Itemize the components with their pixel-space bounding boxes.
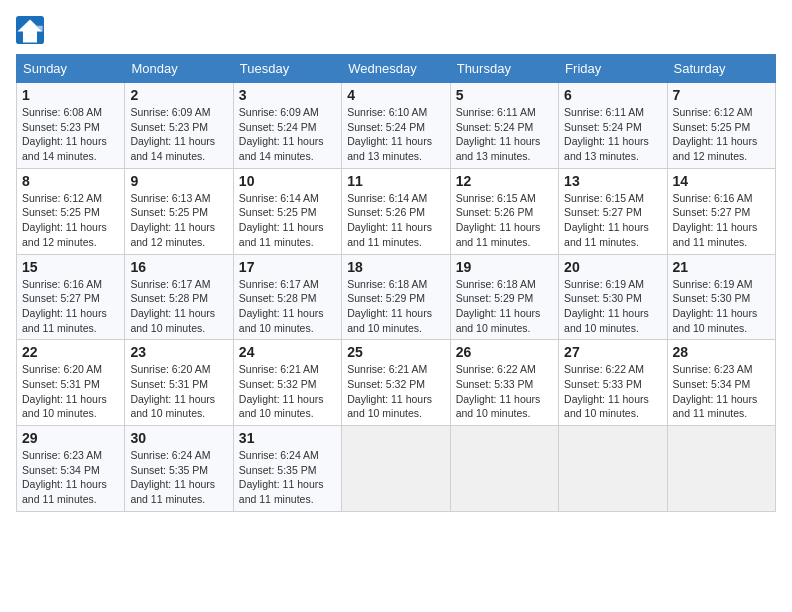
calendar-cell: 18 Sunrise: 6:18 AM Sunset: 5:29 PM Dayl…: [342, 254, 450, 340]
calendar-cell: [342, 426, 450, 512]
calendar-cell: 15 Sunrise: 6:16 AM Sunset: 5:27 PM Dayl…: [17, 254, 125, 340]
day-info: Sunrise: 6:09 AM Sunset: 5:23 PM Dayligh…: [130, 105, 227, 164]
calendar-cell: 13 Sunrise: 6:15 AM Sunset: 5:27 PM Dayl…: [559, 168, 667, 254]
day-info: Sunrise: 6:17 AM Sunset: 5:28 PM Dayligh…: [239, 277, 336, 336]
calendar-cell: 26 Sunrise: 6:22 AM Sunset: 5:33 PM Dayl…: [450, 340, 558, 426]
calendar-cell: 31 Sunrise: 6:24 AM Sunset: 5:35 PM Dayl…: [233, 426, 341, 512]
day-number: 17: [239, 259, 336, 275]
header-cell-sunday: Sunday: [17, 55, 125, 83]
day-number: 16: [130, 259, 227, 275]
day-info: Sunrise: 6:12 AM Sunset: 5:25 PM Dayligh…: [673, 105, 770, 164]
page-header: [16, 16, 776, 44]
calendar-cell: 6 Sunrise: 6:11 AM Sunset: 5:24 PM Dayli…: [559, 83, 667, 169]
day-info: Sunrise: 6:14 AM Sunset: 5:25 PM Dayligh…: [239, 191, 336, 250]
day-info: Sunrise: 6:23 AM Sunset: 5:34 PM Dayligh…: [22, 448, 119, 507]
day-info: Sunrise: 6:18 AM Sunset: 5:29 PM Dayligh…: [347, 277, 444, 336]
calendar-cell: 1 Sunrise: 6:08 AM Sunset: 5:23 PM Dayli…: [17, 83, 125, 169]
day-number: 14: [673, 173, 770, 189]
calendar-cell: 11 Sunrise: 6:14 AM Sunset: 5:26 PM Dayl…: [342, 168, 450, 254]
day-info: Sunrise: 6:17 AM Sunset: 5:28 PM Dayligh…: [130, 277, 227, 336]
calendar-cell: 4 Sunrise: 6:10 AM Sunset: 5:24 PM Dayli…: [342, 83, 450, 169]
header-row: SundayMondayTuesdayWednesdayThursdayFrid…: [17, 55, 776, 83]
calendar-cell: 27 Sunrise: 6:22 AM Sunset: 5:33 PM Dayl…: [559, 340, 667, 426]
calendar-table: SundayMondayTuesdayWednesdayThursdayFrid…: [16, 54, 776, 512]
calendar-cell: 2 Sunrise: 6:09 AM Sunset: 5:23 PM Dayli…: [125, 83, 233, 169]
day-info: Sunrise: 6:21 AM Sunset: 5:32 PM Dayligh…: [347, 362, 444, 421]
day-number: 18: [347, 259, 444, 275]
day-info: Sunrise: 6:24 AM Sunset: 5:35 PM Dayligh…: [239, 448, 336, 507]
calendar-cell: 29 Sunrise: 6:23 AM Sunset: 5:34 PM Dayl…: [17, 426, 125, 512]
day-info: Sunrise: 6:11 AM Sunset: 5:24 PM Dayligh…: [456, 105, 553, 164]
logo: [16, 16, 48, 44]
calendar-cell: 30 Sunrise: 6:24 AM Sunset: 5:35 PM Dayl…: [125, 426, 233, 512]
day-info: Sunrise: 6:19 AM Sunset: 5:30 PM Dayligh…: [673, 277, 770, 336]
calendar-cell: 16 Sunrise: 6:17 AM Sunset: 5:28 PM Dayl…: [125, 254, 233, 340]
calendar-cell: 9 Sunrise: 6:13 AM Sunset: 5:25 PM Dayli…: [125, 168, 233, 254]
day-number: 23: [130, 344, 227, 360]
calendar-cell: 21 Sunrise: 6:19 AM Sunset: 5:30 PM Dayl…: [667, 254, 775, 340]
calendar-cell: 23 Sunrise: 6:20 AM Sunset: 5:31 PM Dayl…: [125, 340, 233, 426]
calendar-cell: 10 Sunrise: 6:14 AM Sunset: 5:25 PM Dayl…: [233, 168, 341, 254]
calendar-cell: 5 Sunrise: 6:11 AM Sunset: 5:24 PM Dayli…: [450, 83, 558, 169]
day-number: 2: [130, 87, 227, 103]
day-number: 24: [239, 344, 336, 360]
day-number: 12: [456, 173, 553, 189]
day-number: 28: [673, 344, 770, 360]
day-number: 6: [564, 87, 661, 103]
day-info: Sunrise: 6:15 AM Sunset: 5:26 PM Dayligh…: [456, 191, 553, 250]
day-number: 19: [456, 259, 553, 275]
day-info: Sunrise: 6:08 AM Sunset: 5:23 PM Dayligh…: [22, 105, 119, 164]
calendar-cell: 28 Sunrise: 6:23 AM Sunset: 5:34 PM Dayl…: [667, 340, 775, 426]
logo-icon: [16, 16, 44, 44]
header-cell-monday: Monday: [125, 55, 233, 83]
calendar-body: 1 Sunrise: 6:08 AM Sunset: 5:23 PM Dayli…: [17, 83, 776, 512]
day-number: 20: [564, 259, 661, 275]
calendar-cell: 25 Sunrise: 6:21 AM Sunset: 5:32 PM Dayl…: [342, 340, 450, 426]
day-info: Sunrise: 6:21 AM Sunset: 5:32 PM Dayligh…: [239, 362, 336, 421]
day-info: Sunrise: 6:18 AM Sunset: 5:29 PM Dayligh…: [456, 277, 553, 336]
calendar-row-0: 1 Sunrise: 6:08 AM Sunset: 5:23 PM Dayli…: [17, 83, 776, 169]
day-info: Sunrise: 6:13 AM Sunset: 5:25 PM Dayligh…: [130, 191, 227, 250]
day-info: Sunrise: 6:14 AM Sunset: 5:26 PM Dayligh…: [347, 191, 444, 250]
day-info: Sunrise: 6:23 AM Sunset: 5:34 PM Dayligh…: [673, 362, 770, 421]
calendar-cell: [667, 426, 775, 512]
header-cell-saturday: Saturday: [667, 55, 775, 83]
day-number: 30: [130, 430, 227, 446]
day-number: 1: [22, 87, 119, 103]
day-number: 5: [456, 87, 553, 103]
header-cell-friday: Friday: [559, 55, 667, 83]
calendar-cell: [559, 426, 667, 512]
header-cell-tuesday: Tuesday: [233, 55, 341, 83]
day-number: 10: [239, 173, 336, 189]
day-number: 13: [564, 173, 661, 189]
day-number: 4: [347, 87, 444, 103]
calendar-row-3: 22 Sunrise: 6:20 AM Sunset: 5:31 PM Dayl…: [17, 340, 776, 426]
calendar-cell: 17 Sunrise: 6:17 AM Sunset: 5:28 PM Dayl…: [233, 254, 341, 340]
day-number: 7: [673, 87, 770, 103]
day-number: 22: [22, 344, 119, 360]
day-info: Sunrise: 6:24 AM Sunset: 5:35 PM Dayligh…: [130, 448, 227, 507]
day-number: 11: [347, 173, 444, 189]
calendar-cell: 19 Sunrise: 6:18 AM Sunset: 5:29 PM Dayl…: [450, 254, 558, 340]
day-number: 26: [456, 344, 553, 360]
calendar-cell: 20 Sunrise: 6:19 AM Sunset: 5:30 PM Dayl…: [559, 254, 667, 340]
day-number: 21: [673, 259, 770, 275]
calendar-cell: 7 Sunrise: 6:12 AM Sunset: 5:25 PM Dayli…: [667, 83, 775, 169]
day-number: 27: [564, 344, 661, 360]
calendar-row-4: 29 Sunrise: 6:23 AM Sunset: 5:34 PM Dayl…: [17, 426, 776, 512]
day-number: 8: [22, 173, 119, 189]
calendar-cell: 22 Sunrise: 6:20 AM Sunset: 5:31 PM Dayl…: [17, 340, 125, 426]
day-number: 31: [239, 430, 336, 446]
day-number: 9: [130, 173, 227, 189]
day-number: 3: [239, 87, 336, 103]
day-info: Sunrise: 6:16 AM Sunset: 5:27 PM Dayligh…: [22, 277, 119, 336]
header-cell-thursday: Thursday: [450, 55, 558, 83]
day-info: Sunrise: 6:22 AM Sunset: 5:33 PM Dayligh…: [564, 362, 661, 421]
calendar-cell: 8 Sunrise: 6:12 AM Sunset: 5:25 PM Dayli…: [17, 168, 125, 254]
calendar-row-1: 8 Sunrise: 6:12 AM Sunset: 5:25 PM Dayli…: [17, 168, 776, 254]
header-cell-wednesday: Wednesday: [342, 55, 450, 83]
day-number: 15: [22, 259, 119, 275]
day-info: Sunrise: 6:10 AM Sunset: 5:24 PM Dayligh…: [347, 105, 444, 164]
day-info: Sunrise: 6:20 AM Sunset: 5:31 PM Dayligh…: [22, 362, 119, 421]
day-info: Sunrise: 6:20 AM Sunset: 5:31 PM Dayligh…: [130, 362, 227, 421]
